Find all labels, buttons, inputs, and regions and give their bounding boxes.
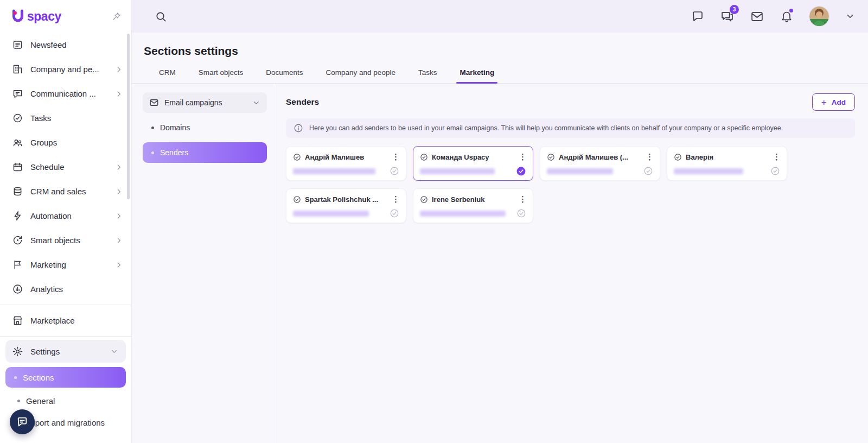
schedule-icon xyxy=(12,161,23,173)
sidebar-item-general[interactable]: General xyxy=(0,390,131,412)
tab-company-and-people[interactable]: Company and people xyxy=(325,68,397,83)
sidebar-item-groups[interactable]: Groups xyxy=(0,130,131,155)
sidebar-item-marketplace[interactable]: Marketplace xyxy=(0,308,131,333)
subsidebar-item-senders[interactable]: Senders xyxy=(143,142,267,163)
chat-bubble-icon xyxy=(16,416,28,428)
senders-info-banner: Here you can add senders to be used in y… xyxy=(286,118,855,138)
marketplace-icon xyxy=(12,315,23,326)
sidebar: spacy Newsfeed Company and pe... Communi… xyxy=(0,0,132,443)
sidebar-item-schedule[interactable]: Schedule xyxy=(0,155,131,179)
bullet-dot-icon xyxy=(17,400,20,402)
page-header: Sections settings xyxy=(132,33,868,58)
email-campaigns-dropdown[interactable]: Email campaigns xyxy=(143,92,267,113)
support-chat-button[interactable] xyxy=(10,409,35,434)
verified-check-icon xyxy=(420,195,428,204)
kebab-menu-icon[interactable] xyxy=(392,152,399,162)
chevron-down-icon xyxy=(110,347,118,356)
sender-card[interactable]: Андрій Малишев xyxy=(286,146,406,181)
sender-card-header: Irene Serbeniuk xyxy=(420,194,526,204)
sidebar-item-label: Automation xyxy=(30,211,72,220)
tab-bar: CRM Smart objects Documents Company and … xyxy=(132,68,868,84)
verified-check-icon xyxy=(547,153,555,161)
sidebar-divider xyxy=(0,336,131,337)
kebab-menu-icon[interactable] xyxy=(519,152,526,162)
kebab-menu-icon[interactable] xyxy=(519,194,526,204)
sender-name: Андрій Малишев xyxy=(305,153,388,161)
tab-tasks[interactable]: Tasks xyxy=(417,68,438,83)
add-sender-button[interactable]: Add xyxy=(812,93,855,111)
kebab-menu-icon[interactable] xyxy=(646,152,653,162)
sender-email-redacted xyxy=(420,168,495,174)
sidebar-item-analytics[interactable]: Analytics xyxy=(0,277,131,301)
sidebar-item-crm-and-sales[interactable]: CRM and sales xyxy=(0,179,131,204)
sidebar-item-label: Smart objects xyxy=(30,236,80,245)
sender-card-selected[interactable]: Команда Uspacy xyxy=(413,146,533,181)
tab-smart-objects[interactable]: Smart objects xyxy=(197,68,245,83)
sender-card[interactable]: Андрій Малишев (... xyxy=(540,146,660,181)
tab-crm[interactable]: CRM xyxy=(158,68,177,83)
sender-email-redacted xyxy=(293,168,375,174)
sidebar-item-company-and-people[interactable]: Company and pe... xyxy=(0,57,131,81)
uspacy-logo[interactable]: spacy xyxy=(10,8,61,24)
verified-check-icon xyxy=(674,153,682,161)
settings-content: Email campaigns Domains Senders Sende xyxy=(132,84,868,443)
sidebar-item-settings[interactable]: Settings xyxy=(5,340,126,363)
kebab-menu-icon[interactable] xyxy=(773,152,780,162)
kebab-menu-icon[interactable] xyxy=(392,194,399,204)
sidebar-item-tasks[interactable]: Tasks xyxy=(0,106,131,130)
sidebar-item-label: Analytics xyxy=(30,284,63,294)
sidebar-item-communication[interactable]: Communication ... xyxy=(0,81,131,106)
email-campaign-icon xyxy=(149,98,159,107)
sidebar-item-marketing[interactable]: Marketing xyxy=(0,252,131,277)
user-avatar[interactable] xyxy=(809,7,829,26)
pin-icon[interactable] xyxy=(112,11,122,21)
sidebar-item-sections[interactable]: Sections xyxy=(5,367,126,388)
sender-card-footer xyxy=(420,166,526,176)
sidebar-item-smart-objects[interactable]: Smart objects xyxy=(0,228,131,252)
topbar: 3 xyxy=(132,0,868,33)
comments-icon[interactable] xyxy=(691,10,704,23)
notifications-bell-icon[interactable] xyxy=(780,10,793,23)
smart-objects-icon xyxy=(12,235,23,246)
sender-status-icon[interactable] xyxy=(390,166,399,176)
mail-icon[interactable] xyxy=(750,10,764,23)
sidebar-item-label: CRM and sales xyxy=(30,187,86,196)
search-icon[interactable] xyxy=(155,10,167,23)
sender-card[interactable]: Irene Serbeniuk xyxy=(413,188,533,223)
settings-gear-icon xyxy=(12,346,23,357)
chevron-down-icon xyxy=(252,99,260,107)
sender-card[interactable]: Валерія xyxy=(667,146,787,181)
tab-marketing[interactable]: Marketing xyxy=(458,68,495,83)
company-icon xyxy=(12,64,23,75)
profile-chevron-down-icon[interactable] xyxy=(845,11,855,21)
sidebar-item-newsfeed[interactable]: Newsfeed xyxy=(0,33,131,57)
subsidebar-item-domains[interactable]: Domains xyxy=(143,117,267,138)
sender-status-icon[interactable] xyxy=(516,208,526,218)
sidebar-item-label: Marketing xyxy=(30,260,66,269)
sender-selected-check-icon[interactable] xyxy=(516,166,526,176)
tab-documents[interactable]: Documents xyxy=(265,68,304,83)
sender-status-icon[interactable] xyxy=(643,166,653,176)
uspacy-logo-text: spacy xyxy=(27,9,61,24)
senders-title: Senders xyxy=(286,97,319,107)
sidebar-scrollbar[interactable] xyxy=(127,34,130,199)
sender-card-header: Андрій Малишев (... xyxy=(547,152,653,162)
sender-card[interactable]: Spartak Polishchuk ... xyxy=(286,188,406,223)
chevron-right-icon xyxy=(115,163,123,171)
tasks-icon xyxy=(12,112,23,124)
newsfeed-icon xyxy=(12,39,23,50)
bullet-dot-icon xyxy=(151,151,154,154)
uspacy-logo-icon xyxy=(10,8,26,24)
sender-card-header: Spartak Polishchuk ... xyxy=(293,194,399,204)
sender-status-icon[interactable] xyxy=(770,166,780,176)
sidebar-item-automation[interactable]: Automation xyxy=(0,204,131,228)
communication-icon xyxy=(12,88,23,99)
messenger-icon[interactable]: 3 xyxy=(720,10,734,23)
sender-status-icon[interactable] xyxy=(390,208,399,218)
sender-card-footer xyxy=(674,166,780,176)
sender-email-redacted xyxy=(674,168,743,174)
sender-name: Команда Uspacy xyxy=(432,153,515,161)
verified-check-icon xyxy=(293,153,301,161)
sidebar-item-label: Import and migrations xyxy=(26,418,105,427)
analytics-icon xyxy=(12,283,23,295)
